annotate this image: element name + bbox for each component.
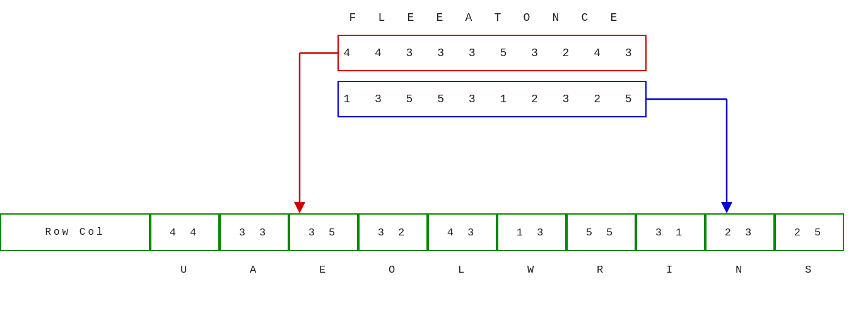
bottom-row: Row Col 4 4 3 3 3 5 3 2 4 3 1 3 5 5 3 1 … [0, 213, 844, 251]
top-labels: F L E E A T O N C E [341, 11, 631, 24]
cell-3: 3 2 [358, 213, 428, 251]
bottom-label-E: E [289, 264, 358, 276]
cell-9-value: 2 5 [794, 227, 825, 239]
bottom-label-I: I [636, 264, 705, 276]
cell-1: 3 3 [220, 213, 289, 251]
cell-6-value: 5 5 [586, 227, 617, 239]
cell-8-value: 2 3 [725, 227, 756, 239]
svg-marker-2 [294, 202, 305, 213]
bottom-label-N: N [705, 264, 775, 276]
red-box: 4 4 3 3 3 5 3 2 4 3 [337, 35, 647, 71]
bottom-label-W: W [497, 264, 566, 276]
main-container: F L E E A T O N C E 4 4 3 3 3 5 3 2 4 3 … [0, 0, 868, 320]
cell-7: 3 1 [636, 213, 705, 251]
top-label-C: C [573, 11, 602, 24]
top-label-T: T [486, 11, 515, 24]
cell-6: 5 5 [566, 213, 636, 251]
cell-7-value: 3 1 [655, 227, 686, 239]
cell-0: 4 4 [150, 213, 220, 251]
cell-0-value: 4 4 [170, 227, 201, 239]
cell-9: 2 5 [775, 213, 844, 251]
top-label-E1: E [399, 11, 428, 24]
top-label-F: F [341, 11, 370, 24]
cell-1-value: 3 3 [239, 227, 270, 239]
top-label-E2: E [428, 11, 457, 24]
cell-4: 4 3 [428, 213, 497, 251]
top-label-E3: E [602, 11, 631, 24]
bottom-labels: U A E O L W R I N S [150, 264, 844, 276]
top-label-N: N [544, 11, 573, 24]
blue-box-values: 1 3 5 5 3 1 2 3 2 5 [343, 93, 640, 105]
red-box-values: 4 4 3 3 3 5 3 2 4 3 [343, 47, 640, 59]
bottom-label-L: L [428, 264, 497, 276]
blue-box: 1 3 5 5 3 1 2 3 2 5 [337, 81, 647, 117]
cell-3-value: 3 2 [378, 227, 409, 239]
cell-4-value: 4 3 [447, 227, 478, 239]
top-label-A: A [457, 11, 486, 24]
cell-2-value: 3 5 [308, 227, 339, 239]
bottom-label-O: O [358, 264, 428, 276]
header-cell: Row Col [0, 213, 150, 251]
bottom-label-R: R [566, 264, 636, 276]
cell-2: 3 5 [289, 213, 358, 251]
cell-5-value: 1 3 [517, 227, 548, 239]
top-label-L: L [370, 11, 399, 24]
svg-marker-5 [721, 202, 732, 213]
bottom-label-U: U [150, 264, 220, 276]
bottom-label-A: A [220, 264, 289, 276]
cell-5: 1 3 [497, 213, 566, 251]
top-label-O: O [515, 11, 544, 24]
bottom-label-S: S [775, 264, 844, 276]
cell-8: 2 3 [705, 213, 775, 251]
header-cell-label: Row Col [45, 227, 105, 238]
